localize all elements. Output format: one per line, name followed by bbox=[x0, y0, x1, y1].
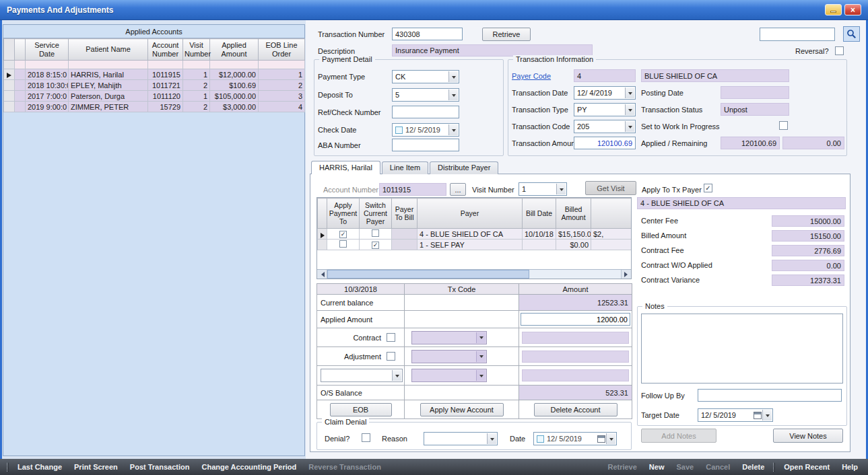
switch-current-payer-header: Switch Current Payer bbox=[360, 198, 392, 229]
denial-date-picker[interactable]: 12/ 5/2019 bbox=[533, 432, 617, 445]
tab-line-item[interactable]: Line Item bbox=[382, 161, 428, 174]
scroll-right-icon bbox=[624, 272, 630, 277]
payer-row-1[interactable]: ✓ 4 - BLUE SHIELD OF CA 10/10/18 $15,150… bbox=[318, 229, 632, 240]
current-balance-value: 12523.31 bbox=[519, 295, 632, 311]
search-input[interactable] bbox=[760, 28, 835, 41]
denial-date-checkbox[interactable] bbox=[537, 435, 544, 443]
ref-check-number-input[interactable] bbox=[392, 106, 459, 118]
scroll-left-button[interactable] bbox=[317, 270, 327, 279]
account-number-label: Account Number bbox=[323, 186, 378, 194]
post-transaction-command[interactable]: Post Transaction bbox=[124, 463, 196, 471]
payer-grid: Apply Payment To Switch Current Payer Pa… bbox=[317, 198, 632, 250]
delete-account-button[interactable]: Delete Account bbox=[534, 403, 617, 416]
account-number-field: 1011915 bbox=[379, 183, 446, 196]
scrollbar-thumb[interactable] bbox=[327, 270, 529, 279]
account-row-4[interactable]: 2019 9:00:0 ZIMMER, PETER 15729 2 $3,000… bbox=[4, 102, 305, 112]
apply-new-account-button[interactable]: Apply New Account bbox=[420, 403, 504, 416]
payer-code-link[interactable]: Payer Code bbox=[512, 72, 551, 80]
denial-checkbox[interactable] bbox=[362, 433, 370, 442]
close-button[interactable]: × bbox=[844, 4, 861, 15]
payer-to-bill-cell[interactable] bbox=[392, 229, 418, 240]
adjustment-checkbox[interactable] bbox=[387, 352, 395, 361]
switch-payer-checkbox[interactable] bbox=[372, 229, 379, 237]
last-change-command[interactable]: Last Change bbox=[11, 463, 68, 471]
account-row-3[interactable]: 2017 7:00:0 Paterson, Durga 1011120 1 $1… bbox=[4, 91, 305, 102]
wip-label: Set to Work In Progress bbox=[641, 122, 720, 131]
contract-txcode-select[interactable] bbox=[411, 331, 487, 344]
tab-distribute-payer[interactable]: Distribute Payer bbox=[430, 161, 498, 174]
applied-remaining-label: Applied / Remaining bbox=[641, 139, 707, 147]
apply-payment-checkbox[interactable] bbox=[339, 240, 347, 248]
get-visit-button[interactable]: Get Visit bbox=[585, 181, 636, 195]
blank-header bbox=[15, 39, 26, 61]
calendar-icon bbox=[754, 412, 762, 419]
switch-payer-checkbox[interactable]: ✓ bbox=[372, 242, 379, 249]
current-row-indicator-icon bbox=[7, 73, 11, 78]
target-date-label: Target Date bbox=[641, 411, 679, 419]
transaction-code-select[interactable]: 205 bbox=[574, 120, 636, 133]
payer-grid-header-row: Apply Payment To Switch Current Payer Pa… bbox=[318, 198, 632, 229]
target-date-picker[interactable]: 12/ 5/2019 bbox=[698, 408, 773, 422]
help-command[interactable]: Help bbox=[836, 463, 864, 471]
wip-checkbox[interactable] bbox=[779, 121, 788, 130]
eob-button[interactable]: EOB bbox=[330, 403, 392, 416]
transaction-type-select[interactable]: PY bbox=[574, 103, 636, 116]
applied-field: 120100.69 bbox=[721, 137, 780, 149]
contract-amount-field[interactable] bbox=[522, 332, 629, 344]
notes-textarea[interactable] bbox=[641, 314, 843, 383]
check-date-picker[interactable]: 12/ 5/2019 bbox=[392, 123, 459, 137]
deposit-to-select[interactable]: 5 bbox=[392, 88, 459, 102]
extra-amount-field[interactable] bbox=[522, 369, 629, 381]
payer-to-bill-cell[interactable] bbox=[392, 240, 418, 250]
adjustment-amount-field[interactable] bbox=[522, 351, 629, 363]
applied-accounts-panel: Applied Accounts Service Date Patient Na… bbox=[3, 24, 305, 456]
account-browse-button[interactable]: ... bbox=[450, 183, 466, 196]
payment-type-select[interactable]: CK bbox=[392, 70, 459, 83]
aba-number-input[interactable] bbox=[392, 139, 459, 151]
tab-strip: HARRIS, Harilal Line Item Distribute Pay… bbox=[311, 161, 498, 174]
reversal-checkbox[interactable] bbox=[835, 46, 844, 55]
payer-name-field: BLUE SHIELD OF CA bbox=[641, 69, 789, 82]
extra-txcode-select[interactable] bbox=[411, 369, 487, 382]
extra-type-select[interactable] bbox=[321, 369, 403, 382]
contract-variance-value: 12373.31 bbox=[772, 275, 844, 286]
check-date-checkbox[interactable] bbox=[395, 126, 403, 134]
chevron-down-icon bbox=[487, 433, 496, 444]
contract-checkbox[interactable] bbox=[387, 333, 395, 342]
apply-payment-checkbox[interactable]: ✓ bbox=[339, 231, 347, 238]
window-title: Payments And Adjustments bbox=[7, 5, 113, 15]
minimize-button[interactable] bbox=[825, 4, 842, 15]
follow-up-by-input[interactable] bbox=[698, 389, 842, 402]
search-button[interactable] bbox=[843, 26, 860, 42]
transaction-number-input[interactable] bbox=[392, 28, 463, 40]
open-recent-command[interactable]: Open Recent bbox=[778, 463, 836, 471]
apply-to-tx-payer-checkbox[interactable]: ✓ bbox=[704, 184, 712, 192]
tab-harris-harilal[interactable]: HARRIS, Harilal bbox=[311, 161, 380, 174]
patient-name-header: Patient Name bbox=[69, 39, 148, 61]
reason-select[interactable] bbox=[424, 432, 498, 445]
applied-accounts-filter-row[interactable] bbox=[4, 61, 305, 69]
transaction-date-select[interactable]: 12/ 4/2019 bbox=[574, 86, 636, 100]
payer-summary-title: 4 - BLUE SHIELD OF CA bbox=[637, 197, 846, 209]
eob-line-order-header: EOB Line Order bbox=[259, 39, 305, 61]
view-notes-button[interactable]: View Notes bbox=[773, 429, 843, 443]
delete-command[interactable]: Delete bbox=[736, 463, 770, 471]
visit-number-select[interactable]: 1 bbox=[519, 182, 567, 196]
scroll-right-button[interactable] bbox=[621, 270, 631, 279]
add-notes-button[interactable]: Add Notes bbox=[641, 429, 716, 443]
change-accounting-period-command[interactable]: Change Accounting Period bbox=[195, 463, 302, 471]
account-row-1[interactable]: 2018 8:15:0 HARRIS, Harilal 1011915 1 $1… bbox=[4, 69, 305, 80]
applied-amount-input[interactable] bbox=[521, 313, 630, 326]
horizontal-scrollbar[interactable] bbox=[317, 269, 631, 279]
new-command[interactable]: New bbox=[643, 463, 671, 471]
account-row-2[interactable]: 2018 10:30:0 EPLEY, Mahijth 1011721 2 $1… bbox=[4, 80, 305, 91]
contract-fee-label: Contract Fee bbox=[641, 246, 684, 254]
print-screen-command[interactable]: Print Screen bbox=[68, 463, 124, 471]
tx-code-header: Tx Code bbox=[405, 284, 519, 295]
retrieve-button[interactable]: Retrieve bbox=[482, 28, 531, 41]
payer-row-2[interactable]: ✓ 1 - SELF PAY $0.00 bbox=[318, 240, 632, 250]
contract-wo-applied-label: Contract W/O Applied bbox=[641, 261, 712, 269]
adjustment-txcode-select[interactable] bbox=[411, 350, 487, 363]
transaction-amount-input[interactable] bbox=[574, 137, 636, 149]
transaction-status-label: Transaction Status bbox=[641, 106, 702, 114]
